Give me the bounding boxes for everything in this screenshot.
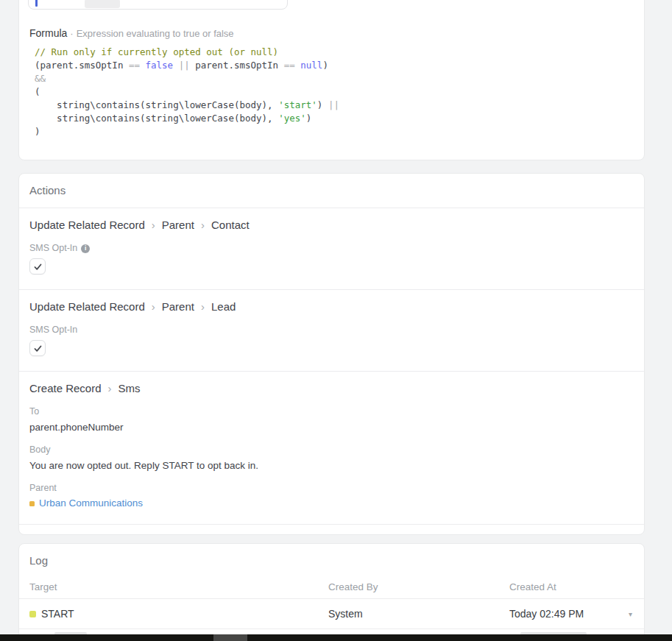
code-line: ) (35, 125, 339, 138)
created-at-value: Today 02:49 PM (509, 608, 584, 620)
code-keyword: null (300, 60, 322, 71)
code-operator: && (35, 73, 46, 84)
breadcrumb-step: Contact (211, 218, 250, 232)
actions-header: Actions (19, 174, 644, 208)
checkmark-icon (33, 344, 43, 353)
code-text: ) (306, 113, 312, 124)
trigger-input[interactable] (28, 0, 288, 10)
code-keyword: false (146, 60, 174, 71)
log-table-header: Target Created By Created At (19, 575, 644, 599)
status-dot-icon (29, 611, 36, 617)
action-breadcrumb: Update Related Record › Parent › Contact (29, 218, 634, 232)
body-label: Body (29, 445, 634, 456)
code-text: ) (322, 60, 328, 71)
log-table-row[interactable]: START System Today 02:49 PM ▾ (19, 599, 644, 629)
created-by-cell: System (328, 608, 509, 620)
sms-opt-in-checkbox[interactable] (29, 340, 46, 356)
chevron-right-icon: › (108, 381, 112, 395)
log-header: Log (19, 544, 644, 575)
input-cursor (35, 0, 38, 7)
action-breadcrumb: Update Related Record › Parent › Lead (29, 300, 634, 314)
code-line: string\contains(string\lowerCase(body), … (35, 112, 339, 125)
code-operator: == (129, 60, 146, 71)
checkmark-icon (33, 262, 43, 272)
taskbar-segment (213, 634, 247, 641)
code-string: 'yes' (278, 113, 306, 124)
row-expand-caret-icon[interactable]: ▾ (627, 609, 634, 620)
code-comment: // Run only if currently opted out (or n… (35, 46, 278, 57)
chevron-right-icon: › (201, 300, 205, 314)
chevron-right-icon: › (201, 218, 205, 232)
code-line: string\contains(string\lowerCase(body), … (35, 99, 339, 112)
breadcrumb-step: Sms (119, 381, 141, 395)
formula-label: Formula (29, 27, 67, 39)
breadcrumb-step: Parent (162, 300, 194, 314)
code-text: (parent.smsOptIn (35, 60, 129, 71)
target-cell: START (29, 608, 328, 620)
label-separator: · (70, 28, 73, 39)
breadcrumb-step: Lead (211, 300, 236, 314)
code-text: ( (35, 86, 40, 97)
formula-card: Formula·Expression evaluating to true or… (18, 0, 645, 160)
input-token-pill[interactable] (85, 0, 120, 8)
code-line: ( (35, 85, 339, 99)
sms-opt-in-label: SMS Opt-In i (29, 243, 634, 254)
field-label-text: SMS Opt-In (29, 243, 77, 254)
chevron-right-icon: › (152, 300, 155, 314)
code-text: string\contains(string\lowerCase(body), (35, 99, 278, 110)
code-operator: || (328, 99, 339, 110)
code-operator: || (179, 60, 196, 71)
info-icon[interactable]: i (81, 244, 90, 253)
code-line: && (35, 72, 339, 85)
action-breadcrumb: Create Record › Sms (29, 381, 634, 395)
log-card: Log Target Created By Created At START S… (18, 543, 645, 641)
to-value: parent.phoneNumber (29, 421, 634, 433)
actions-card: Actions Update Related Record › Parent ›… (18, 173, 645, 535)
breadcrumb-step: Parent (162, 218, 194, 232)
record-square-icon (29, 501, 35, 506)
field-group-parent: Parent Urban Communications (29, 483, 634, 509)
parent-label: Parent (29, 483, 634, 494)
formula-code-editor[interactable]: // Run only if currently opted out (or n… (35, 46, 339, 138)
breadcrumb-step: Create Record (29, 381, 102, 395)
to-label: To (29, 406, 634, 417)
workflow-detail-page: Formula·Expression evaluating to true or… (0, 0, 672, 641)
action-create-record-sms: Create Record › Sms To parent.phoneNumbe… (19, 372, 644, 525)
action-update-related-record-lead: Update Related Record › Parent › Lead SM… (19, 290, 644, 372)
parent-record-row: Urban Communications (29, 497, 634, 509)
action-update-related-record-contact: Update Related Record › Parent › Contact… (19, 208, 644, 290)
formula-description: Expression evaluating to true or false (77, 28, 234, 39)
code-line: (parent.smsOptIn == false || parent.smsO… (35, 59, 339, 72)
actions-card-footer (19, 525, 644, 535)
field-label-text: SMS Opt-In (29, 325, 77, 336)
chevron-right-icon: › (152, 218, 155, 232)
target-value: START (41, 608, 74, 620)
column-header-created-by: Created By (328, 581, 509, 592)
body-value: You are now opted out. Reply START to op… (29, 459, 634, 472)
parent-record-link[interactable]: Urban Communications (39, 497, 143, 509)
bottom-taskbar (0, 634, 672, 641)
sms-opt-in-checkbox[interactable] (29, 258, 46, 275)
column-header-created-at: Created At (509, 581, 634, 592)
breadcrumb-step: Update Related Record (29, 218, 145, 232)
column-header-target: Target (29, 581, 328, 592)
code-text: string\contains(string\lowerCase(body), (35, 113, 278, 124)
code-text: ) (317, 99, 328, 110)
field-group-body: Body You are now opted out. Reply START … (29, 445, 634, 472)
field-group-to: To parent.phoneNumber (29, 406, 634, 433)
code-text: parent.smsOptIn (195, 60, 283, 71)
code-line: // Run only if currently opted out (or n… (35, 46, 339, 59)
code-string: 'start' (278, 99, 317, 110)
code-text: ) (35, 126, 40, 137)
breadcrumb-step: Update Related Record (29, 300, 145, 314)
formula-label-row: Formula·Expression evaluating to true or… (29, 27, 234, 39)
created-at-cell: Today 02:49 PM ▾ (509, 608, 634, 620)
sms-opt-in-label: SMS Opt-In (29, 325, 634, 336)
code-text (173, 60, 179, 71)
code-operator: == (284, 60, 301, 71)
